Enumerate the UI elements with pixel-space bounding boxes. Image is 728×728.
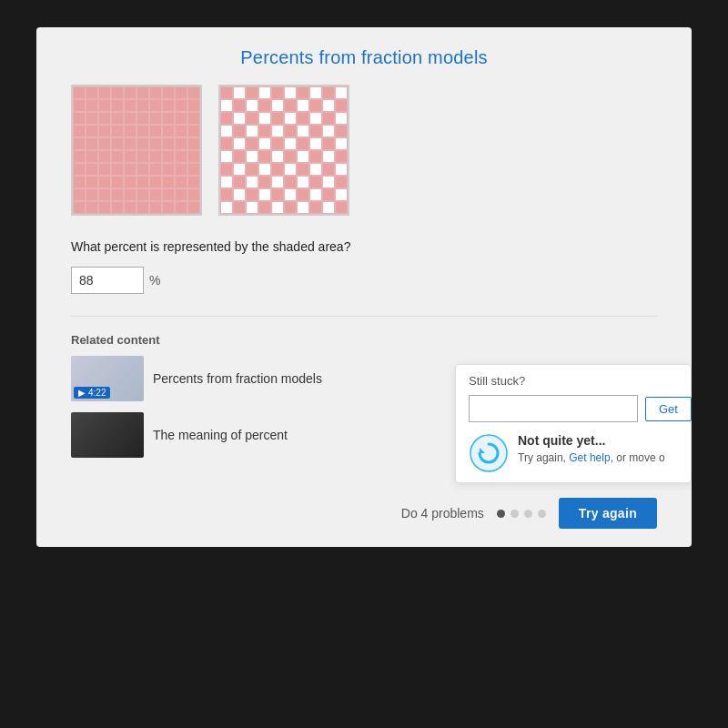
cell bbox=[335, 112, 348, 125]
cell bbox=[233, 125, 246, 137]
grid-1 bbox=[71, 85, 202, 216]
cell bbox=[233, 86, 246, 99]
cell bbox=[98, 163, 111, 176]
cell bbox=[284, 112, 297, 125]
cell bbox=[98, 125, 111, 137]
bottom-bar: Do 4 problems Try again bbox=[36, 485, 692, 529]
dot-1 bbox=[497, 510, 505, 518]
cell bbox=[309, 99, 322, 112]
cell bbox=[335, 125, 348, 137]
cell bbox=[187, 125, 200, 137]
cell bbox=[322, 201, 335, 214]
cell bbox=[271, 112, 284, 125]
cell bbox=[124, 188, 136, 201]
cell bbox=[233, 176, 246, 188]
progress-dots bbox=[497, 510, 546, 518]
cell bbox=[162, 86, 175, 99]
video-thumb-1[interactable]: ▶ 4:22 bbox=[71, 356, 144, 401]
cell bbox=[233, 188, 246, 201]
cell bbox=[220, 137, 233, 150]
cell bbox=[284, 125, 297, 137]
cell bbox=[335, 163, 348, 176]
cell bbox=[111, 99, 124, 112]
cell bbox=[162, 150, 175, 163]
cell bbox=[136, 201, 149, 214]
cell bbox=[73, 137, 86, 150]
question-text: What percent is represented by the shade… bbox=[36, 232, 692, 263]
related-label-2[interactable]: The meaning of percent bbox=[153, 428, 288, 442]
answer-input[interactable] bbox=[71, 267, 144, 294]
cell bbox=[246, 125, 258, 137]
cell bbox=[187, 201, 200, 214]
cell bbox=[297, 150, 309, 163]
cell bbox=[309, 176, 322, 188]
do-problems-label: Do 4 problems bbox=[401, 506, 484, 521]
cell bbox=[258, 201, 271, 214]
cell bbox=[149, 86, 162, 99]
cell bbox=[233, 150, 246, 163]
cell bbox=[271, 99, 284, 112]
cell bbox=[73, 176, 86, 188]
cell bbox=[73, 150, 86, 163]
cell bbox=[136, 86, 149, 99]
cell bbox=[246, 137, 258, 150]
cell bbox=[297, 86, 309, 99]
cell bbox=[86, 137, 98, 150]
cell bbox=[86, 201, 98, 214]
cell bbox=[187, 150, 200, 163]
try-again-button[interactable]: Try again bbox=[559, 498, 657, 529]
cell bbox=[309, 137, 322, 150]
cell bbox=[111, 163, 124, 176]
cell bbox=[220, 150, 233, 163]
cell bbox=[98, 137, 111, 150]
cell bbox=[233, 163, 246, 176]
cell bbox=[86, 86, 98, 99]
not-quite-section: Not quite yet... Try again, Get help, or… bbox=[469, 433, 678, 473]
refresh-icon bbox=[469, 433, 509, 473]
video-duration-1: ▶ 4:22 bbox=[74, 387, 110, 399]
cell bbox=[246, 163, 258, 176]
cell bbox=[86, 188, 98, 201]
related-label-1[interactable]: Percents from fraction models bbox=[153, 371, 322, 386]
get-button[interactable]: Get bbox=[645, 397, 692, 421]
cell bbox=[111, 112, 124, 125]
cell bbox=[258, 99, 271, 112]
cell bbox=[162, 99, 175, 112]
get-row: Get bbox=[469, 395, 678, 422]
cell bbox=[187, 86, 200, 99]
cell bbox=[98, 176, 111, 188]
get-help-link[interactable]: Get help bbox=[569, 451, 610, 464]
cell bbox=[233, 137, 246, 150]
cell bbox=[73, 112, 86, 125]
not-quite-sub: Try again, Get help, or move o bbox=[518, 451, 665, 464]
cell bbox=[220, 176, 233, 188]
cell bbox=[322, 99, 335, 112]
cell bbox=[246, 188, 258, 201]
get-input[interactable] bbox=[469, 395, 638, 422]
cell bbox=[309, 163, 322, 176]
cell bbox=[322, 137, 335, 150]
cell bbox=[297, 137, 309, 150]
cell bbox=[187, 99, 200, 112]
cell bbox=[98, 112, 111, 125]
cell bbox=[124, 150, 136, 163]
cell bbox=[297, 163, 309, 176]
cell bbox=[271, 188, 284, 201]
cell bbox=[284, 150, 297, 163]
cell bbox=[322, 86, 335, 99]
cell bbox=[124, 99, 136, 112]
video-thumb-2[interactable] bbox=[71, 412, 144, 458]
cell bbox=[175, 125, 187, 137]
cell bbox=[136, 163, 149, 176]
cell bbox=[335, 150, 348, 163]
cell bbox=[136, 188, 149, 201]
cell bbox=[98, 150, 111, 163]
cell bbox=[246, 201, 258, 214]
cell bbox=[284, 201, 297, 214]
cell bbox=[149, 112, 162, 125]
answer-row: % bbox=[36, 263, 692, 308]
cell bbox=[111, 125, 124, 137]
cell bbox=[258, 137, 271, 150]
cell bbox=[284, 137, 297, 150]
cell bbox=[124, 201, 136, 214]
